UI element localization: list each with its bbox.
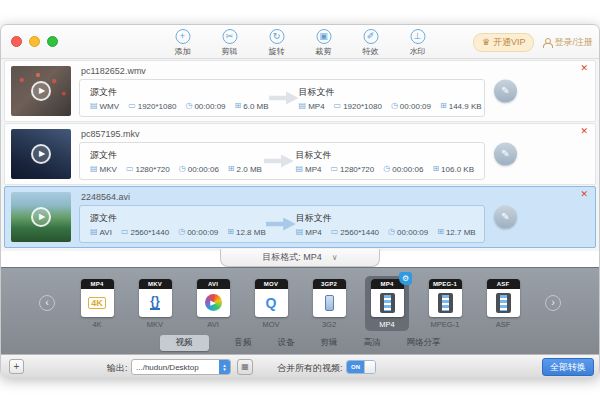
edit-settings-button[interactable]: ✎ — [494, 206, 517, 229]
filmstrip-icon — [438, 293, 453, 313]
remove-file-button[interactable]: ✕ — [580, 64, 588, 73]
file-info: 2248564.avi 源文件 ▤AVI ▭2560*1440 ◷00:00:0… — [79, 191, 485, 243]
source-format: MKV — [100, 165, 117, 174]
convert-arrow-icon — [269, 92, 299, 105]
conversion-info-box: 源文件 ▤WMV ▭1920*1080 ◷00:00:09 ⊞6.0 MB 目标… — [79, 79, 485, 117]
rotate-label: 旋转 — [269, 46, 285, 57]
format-option-mp4-4k[interactable]: MP4 4K 4K — [75, 276, 119, 331]
convert-arrow-icon — [264, 155, 294, 168]
merge-videos-label: 合并所有的视频: — [277, 362, 343, 375]
effects-label: 特效 — [363, 46, 379, 57]
login-label: 登录/注册 — [554, 36, 593, 49]
format-option-avi[interactable]: AVI AVI — [191, 276, 235, 331]
source-label: 源文件 — [90, 86, 269, 99]
stepper-icon[interactable]: ▴ ▾ — [219, 360, 230, 374]
rotate-button[interactable]: ↻ 旋转 — [269, 29, 285, 57]
add-file-button[interactable]: + — [9, 359, 24, 374]
edit-settings-button[interactable]: ✎ — [494, 143, 517, 166]
clock-icon: ◷ — [391, 102, 398, 110]
browse-folder-button[interactable]: ▦ — [237, 359, 253, 375]
target-format-label: 目标格式: MP4 — [262, 251, 322, 264]
format-label: MP4 — [379, 320, 394, 329]
screen-icon: ▭ — [128, 102, 136, 110]
target-label: 目标文件 — [296, 212, 476, 225]
target-format: MP4 — [305, 165, 321, 174]
video-thumbnail[interactable]: ▶ — [11, 66, 71, 116]
tab-hd[interactable]: 高清 — [364, 337, 381, 349]
remove-file-button[interactable]: ✕ — [580, 190, 588, 199]
file-name: 2248564.avi — [81, 192, 485, 202]
target-format-bar[interactable]: 目标格式: MP4 ∨ — [220, 249, 380, 267]
format-option-3gp2[interactable]: 3GP2 3G2 — [307, 276, 351, 331]
target-info: 目标文件 ▤MP4 ▭1920*1080 ◷00:00:09 ⊞144.9 KB — [299, 86, 482, 111]
crop-icon: ▣ — [316, 29, 331, 44]
source-info: 源文件 ▤AVI ▭2560*1440 ◷00:00:09 ⊞12.8 MB — [90, 212, 266, 237]
target-info: 目标文件 ▤MP4 ▭1280*720 ◷00:00:06 ⊞106.0 KB — [295, 149, 474, 174]
output-path-select[interactable]: .../hudun/Desktop ▴ ▾ — [131, 359, 231, 375]
carousel-right-button[interactable]: › — [545, 295, 561, 311]
format-option-mpeg1[interactable]: MPEG-1 MPEG-1 — [423, 276, 467, 331]
login-register-button[interactable]: 登录/注册 — [542, 36, 593, 49]
add-button[interactable]: + 添加 — [175, 29, 191, 57]
file-row[interactable]: ▶ pc857195.mkv 源文件 ▤MKV ▭1280*720 ◷00:00… — [4, 123, 596, 185]
format-label: MPEG-1 — [431, 320, 460, 329]
source-label: 源文件 — [90, 149, 262, 162]
source-resolution: 2560*1440 — [130, 228, 169, 237]
remove-file-button[interactable]: ✕ — [580, 127, 588, 136]
screen-icon: ▭ — [331, 228, 339, 236]
play-icon[interactable]: ▶ — [31, 144, 51, 164]
format-option-mkv[interactable]: MKV {} MKV — [133, 276, 177, 331]
tab-audio[interactable]: 音频 — [235, 337, 252, 349]
source-format: AVI — [100, 228, 112, 237]
clip-button[interactable]: ✂ 剪辑 — [222, 29, 238, 57]
vip-button[interactable]: ♛ 开通VIP — [473, 33, 535, 52]
play-icon[interactable]: ▶ — [31, 207, 51, 227]
tab-video[interactable]: 视频 — [160, 335, 209, 351]
crop-button[interactable]: ▣ 裁剪 — [316, 29, 332, 57]
video-thumbnail[interactable]: ▶ — [11, 129, 71, 179]
size-icon: ⊞ — [440, 102, 447, 110]
format-icon: ▤ — [90, 165, 98, 173]
watermark-button[interactable]: ⊥ 水印 — [410, 29, 426, 57]
watermark-label: 水印 — [410, 46, 426, 57]
edit-settings-button[interactable]: ✎ — [494, 80, 517, 103]
format-icon: ▤ — [295, 165, 303, 173]
convert-all-button[interactable]: 全部转换 — [542, 358, 594, 376]
format-option-mov[interactable]: MOV Q MOV — [249, 276, 293, 331]
target-resolution: 2560*1440 — [340, 228, 379, 237]
size-icon: ⊞ — [235, 102, 242, 110]
minimize-window-button[interactable] — [29, 36, 40, 47]
tab-web-share[interactable]: 网络分享 — [407, 337, 441, 349]
tab-clip[interactable]: 剪辑 — [321, 337, 338, 349]
toggle-knob[interactable] — [364, 361, 375, 373]
effects-icon: ✐ — [363, 29, 378, 44]
format-option-mp4-selected[interactable]: ⚙ MP4 MP4 — [365, 276, 409, 331]
watermark-icon: ⊥ — [410, 29, 425, 44]
format-header: MPEG-1 — [429, 279, 462, 289]
play-icon[interactable]: ▶ — [31, 81, 51, 101]
merge-toggle[interactable]: ON — [346, 360, 376, 374]
quicktime-icon: Q — [266, 295, 277, 311]
source-info: 源文件 ▤MKV ▭1280*720 ◷00:00:06 ⊞2.0 MB — [90, 149, 262, 174]
carousel-left-button[interactable]: ‹ — [39, 295, 55, 311]
format-header: 3GP2 — [313, 279, 346, 289]
effects-button[interactable]: ✐ 特效 — [363, 29, 379, 57]
source-duration: 00:00:09 — [194, 102, 225, 111]
size-icon: ⊞ — [227, 228, 234, 236]
source-duration: 00:00:06 — [188, 165, 219, 174]
main-toolbar: + 添加 ✂ 剪辑 ↻ 旋转 ▣ 裁剪 ✐ 特效 ⊥ 水印 — [175, 29, 426, 57]
gear-icon[interactable]: ⚙ — [399, 272, 412, 285]
step-down-icon: ▾ — [223, 367, 226, 371]
maximize-window-button[interactable] — [47, 36, 58, 47]
close-window-button[interactable] — [11, 36, 22, 47]
format-panel: ‹ MP4 4K 4K MKV {} MKV AVI AVI MOV Q MOV — [1, 267, 599, 354]
file-row[interactable]: ▶ pc1182652.wmv 源文件 ▤WMV ▭1920*1080 ◷00:… — [4, 60, 596, 122]
format-option-asf[interactable]: ASF ASF — [481, 276, 525, 331]
format-label: 3G2 — [322, 320, 336, 329]
video-thumbnail[interactable]: ▶ — [11, 192, 71, 242]
phone-icon — [325, 295, 334, 311]
file-row-selected[interactable]: ▶ 2248564.avi 源文件 ▤AVI ▭2560*1440 ◷00:00… — [4, 186, 596, 248]
crop-label: 裁剪 — [316, 46, 332, 57]
target-resolution: 1920*1080 — [343, 102, 382, 111]
tab-device[interactable]: 设备 — [278, 337, 295, 349]
